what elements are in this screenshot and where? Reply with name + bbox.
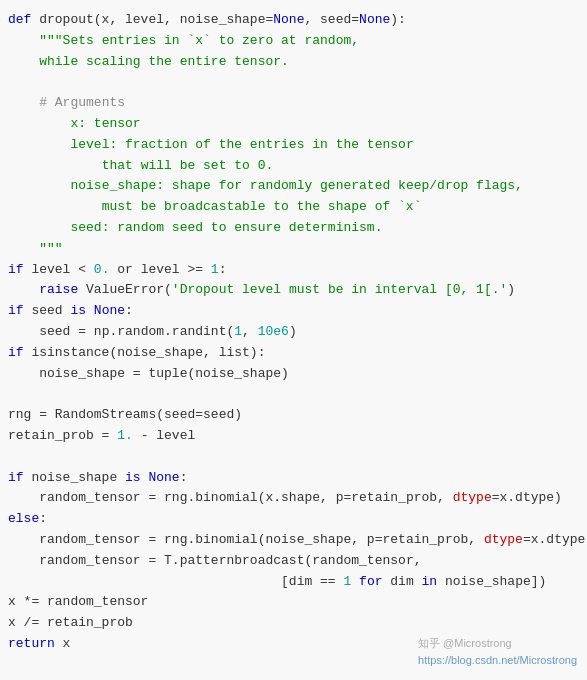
line-content: if noise_shape is None: (8, 468, 577, 489)
code-line: rng = RandomStreams(seed=seed) (8, 405, 577, 426)
code-line: must be broadcastable to the shape of `x… (8, 197, 577, 218)
line-content (8, 447, 577, 468)
line-content: """Sets entries in `x` to zero at random… (8, 31, 577, 52)
code-line: """ (8, 239, 577, 260)
code-line: def dropout(x, level, noise_shape=None, … (8, 10, 577, 31)
line-content: seed = np.random.randint(1, 10e6) (8, 322, 577, 343)
code-line (8, 72, 577, 93)
line-content: raise ValueError('Dropout level must be … (8, 280, 577, 301)
code-line: if seed is None: (8, 301, 577, 322)
code-line: else: (8, 509, 577, 530)
line-content: random_tensor = rng.binomial(x.shape, p=… (8, 488, 577, 509)
watermark: 知乎 @Microstrong https://blog.csdn.net/Mi… (418, 635, 577, 670)
code-line: random_tensor = rng.binomial(x.shape, p=… (8, 488, 577, 509)
line-content: [dim == 1 for dim in noise_shape]) (8, 572, 577, 593)
code-line: x *= random_tensor (8, 592, 577, 613)
code-line (8, 384, 577, 405)
code-line: that will be set to 0. (8, 156, 577, 177)
code-line: noise_shape: shape for randomly generate… (8, 176, 577, 197)
line-content: def dropout(x, level, noise_shape=None, … (8, 10, 577, 31)
line-content: x /= retain_prob (8, 613, 577, 634)
code-line: """Sets entries in `x` to zero at random… (8, 31, 577, 52)
code-line: # Arguments (8, 93, 577, 114)
line-content: random_tensor = rng.binomial(noise_shape… (8, 530, 587, 551)
line-content: # Arguments (8, 93, 577, 114)
line-content: random_tensor = T.patternbroadcast(rando… (8, 551, 577, 572)
code-line: random_tensor = rng.binomial(noise_shape… (8, 530, 577, 551)
code-line: if isinstance(noise_shape, list): (8, 343, 577, 364)
line-content: else: (8, 509, 577, 530)
line-content: retain_prob = 1. - level (8, 426, 577, 447)
code-line: x: tensor (8, 114, 577, 135)
line-content (8, 384, 577, 405)
code-line: while scaling the entire tensor. (8, 52, 577, 73)
line-content: noise_shape = tuple(noise_shape) (8, 364, 577, 385)
code-line: seed: random seed to ensure determinism. (8, 218, 577, 239)
line-content: if seed is None: (8, 301, 577, 322)
line-content (8, 72, 577, 93)
code-line: raise ValueError('Dropout level must be … (8, 280, 577, 301)
code-container: def dropout(x, level, noise_shape=None, … (0, 0, 587, 680)
code-line: random_tensor = T.patternbroadcast(rando… (8, 551, 577, 572)
line-content: noise_shape: shape for randomly generate… (8, 176, 577, 197)
line-content: level: fraction of the entries in the te… (8, 135, 577, 156)
line-content: x *= random_tensor (8, 592, 577, 613)
line-content: rng = RandomStreams(seed=seed) (8, 405, 577, 426)
line-content: """ (8, 239, 577, 260)
line-content: if level < 0. or level >= 1: (8, 260, 577, 281)
line-content: if isinstance(noise_shape, list): (8, 343, 577, 364)
code-line: [dim == 1 for dim in noise_shape]) (8, 572, 577, 593)
code-line: level: fraction of the entries in the te… (8, 135, 577, 156)
line-content: seed: random seed to ensure determinism. (8, 218, 577, 239)
line-content: must be broadcastable to the shape of `x… (8, 197, 577, 218)
code-block: def dropout(x, level, noise_shape=None, … (0, 10, 587, 655)
code-line: seed = np.random.randint(1, 10e6) (8, 322, 577, 343)
code-line (8, 447, 577, 468)
code-line: noise_shape = tuple(noise_shape) (8, 364, 577, 385)
line-content: x: tensor (8, 114, 577, 135)
code-line: if level < 0. or level >= 1: (8, 260, 577, 281)
line-content: while scaling the entire tensor. (8, 52, 577, 73)
code-line: retain_prob = 1. - level (8, 426, 577, 447)
line-content: that will be set to 0. (8, 156, 577, 177)
code-line: x /= retain_prob (8, 613, 577, 634)
code-line: if noise_shape is None: (8, 468, 577, 489)
